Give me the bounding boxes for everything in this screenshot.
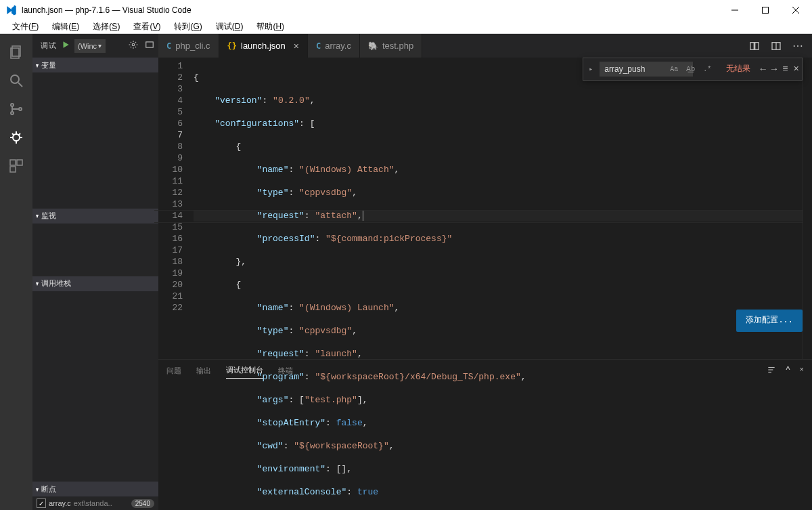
find-toggle-replace[interactable]: ▸ [586, 64, 595, 75]
svg-point-8 [11, 104, 14, 106]
match-case-icon[interactable]: Aa [667, 62, 681, 77]
panel-tab-problems[interactable]: 问题 [166, 363, 181, 379]
compare-icon[interactable] [748, 40, 761, 52]
find-selection-icon[interactable]: ≡ [782, 64, 788, 75]
editor-tabbar: Cphp_cli.c {}launch.json× Carray.c 🐘test… [158, 34, 812, 58]
window-close-button[interactable] [780, 0, 811, 20]
find-result: 无结果 [718, 64, 756, 75]
section-breakpoints[interactable]: ▾断点 [32, 482, 158, 496]
gear-icon[interactable] [129, 40, 138, 51]
files-icon[interactable] [0, 38, 32, 66]
svg-line-17 [18, 133, 20, 135]
menu-file[interactable]: 文件(F) [5, 20, 45, 34]
editor-group: Cphp_cli.c {}launch.json× Carray.c 🐘test… [158, 34, 812, 510]
svg-point-10 [19, 108, 22, 110]
svg-point-21 [132, 43, 135, 46]
debug-start-button[interactable] [61, 40, 70, 51]
svg-rect-19 [17, 160, 22, 165]
extensions-icon[interactable] [0, 152, 32, 180]
svg-rect-22 [146, 42, 154, 47]
activity-bar [0, 34, 32, 510]
find-widget: ▸ Aa A͟b .* 无结果 ← → ≡ × [583, 58, 803, 81]
window-maximize-button[interactable] [750, 0, 780, 20]
find-close-icon[interactable]: × [794, 64, 799, 75]
minimap[interactable] [803, 58, 812, 359]
find-prev-icon[interactable]: ← [760, 64, 765, 75]
tab-array-c[interactable]: Carray.c [308, 34, 360, 58]
section-variables[interactable]: ▾变量 [32, 58, 158, 72]
breakpoint-row[interactable]: ✓ array.c ext\standa.. 2540 [32, 496, 158, 510]
menu-debug[interactable]: 调试(D) [209, 20, 250, 34]
tab-php-cli-c[interactable]: Cphp_cli.c [158, 34, 219, 58]
breakpoint-line: 2540 [131, 499, 154, 508]
code-area[interactable]: { "version": "0.2.0", "configurations": … [189, 58, 803, 359]
svg-rect-20 [10, 167, 16, 172]
close-icon[interactable]: × [294, 41, 299, 51]
window-titlebar: launch.json — php-7.1.6 — Visual Studio … [0, 0, 812, 20]
code-editor[interactable]: 12345678910111213141516171819202122 { "v… [158, 58, 812, 359]
find-next-icon[interactable]: → [771, 64, 777, 75]
search-icon[interactable] [0, 66, 32, 95]
svg-point-9 [11, 112, 14, 114]
debug-config-select[interactable]: (Winc▾ [74, 39, 106, 53]
debug-console-icon[interactable] [145, 40, 154, 51]
svg-line-7 [18, 83, 22, 87]
menu-help[interactable]: 帮助(H) [250, 20, 291, 34]
match-word-icon[interactable]: A͟b [683, 62, 698, 77]
section-callstack[interactable]: ▾调用堆栈 [32, 276, 158, 291]
section-watch[interactable]: ▾监视 [32, 209, 158, 224]
svg-rect-1 [762, 7, 768, 13]
menu-view[interactable]: 查看(V) [127, 20, 167, 34]
add-configuration-button[interactable]: 添加配置... [736, 310, 803, 332]
regex-icon[interactable]: .* [700, 62, 714, 77]
split-editor-icon[interactable] [770, 40, 782, 52]
svg-rect-24 [755, 42, 759, 49]
svg-line-16 [12, 133, 14, 135]
window-minimize-button[interactable] [719, 0, 750, 20]
window-title: launch.json — php-7.1.6 — Visual Studio … [22, 5, 719, 15]
debug-title: 调试 [41, 41, 57, 51]
tab-test-php[interactable]: 🐘test.php [360, 34, 422, 58]
line-gutter: 12345678910111213141516171819202122 [158, 58, 189, 359]
vscode-icon [5, 4, 18, 16]
menu-select[interactable]: 选择(S) [86, 20, 127, 34]
svg-point-6 [11, 75, 19, 83]
breakpoint-file: array.c [49, 499, 71, 507]
svg-rect-23 [750, 42, 754, 49]
svg-rect-18 [10, 160, 16, 165]
menu-goto[interactable]: 转到(G) [167, 20, 208, 34]
git-icon[interactable] [0, 95, 32, 123]
menu-edit[interactable]: 编辑(E) [45, 20, 86, 34]
debug-sidebar: 调试 (Winc▾ ▾变量 ▾监视 ▾调用堆栈 ▾断点 ✓ array.c ex… [32, 34, 158, 510]
breakpoint-path: ext\standa.. [74, 499, 112, 507]
menubar: 文件(F) 编辑(E) 选择(S) 查看(V) 转到(G) 调试(D) 帮助(H… [0, 20, 812, 34]
debug-icon[interactable] [0, 123, 32, 152]
more-icon[interactable]: ⋯ [792, 40, 804, 52]
tab-launch-json[interactable]: {}launch.json× [219, 34, 308, 58]
checkbox-icon[interactable]: ✓ [37, 498, 46, 508]
